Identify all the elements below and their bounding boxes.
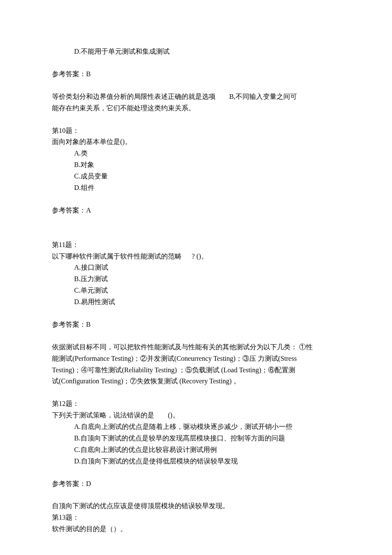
explanation-line: 依据测试目标不同，可以把软件性能测试及与性能有关的其他测试分为以下几类： ①性: [52, 342, 342, 353]
question-title: 第10题：: [52, 125, 342, 137]
question-stem: 下列关于测试策略，说法错误的是()。: [52, 410, 342, 421]
option-d: D.自顶向下测试的优点是使得低层模块的错误较早发现: [52, 456, 342, 467]
option-b: B.自顶向下测试的优点是较早的发现高层模块接口、控制等方面的问题: [52, 433, 342, 444]
option-b: B.对象: [52, 159, 342, 171]
explanation-line: 等价类划分和边界值分析的局限性表述正确的就是选项B,不同输入变量之间可: [52, 91, 342, 103]
answer-line: 参考答案：D: [52, 478, 342, 490]
option-d: D.不能用于单元测试和集成测试: [52, 46, 342, 58]
option-a: A.自底向上测试的优点是随着上移，驱动模块逐步减少，测试开销小一些: [52, 421, 342, 433]
question-title: 第12题：: [52, 398, 342, 410]
option-a: A.接口测试: [52, 262, 342, 273]
option-c: C.单元测试: [52, 285, 342, 296]
question-title: 第13题：: [52, 512, 342, 523]
option-b: B.压力测试: [52, 273, 342, 285]
explanation-part-b: B,不同输入变量之间可: [229, 93, 297, 100]
explanation-line: 试(Configuration Testing)；⑦失效恢复测试 (Recove…: [52, 376, 342, 387]
option-a: A.类: [52, 148, 342, 159]
explanation-line: 自顶向下测试的优点应该是使得顶层模块的错误较早发现。: [52, 500, 342, 512]
option-c: C.自底向上测试的优点是比较容易设计测试用例: [52, 444, 342, 456]
document-page: D.不能用于单元测试和集成测试 参考答案：B 等价类划分和边界值分析的局限性表述…: [0, 0, 392, 555]
explanation-line: 能测试(Performance Testing)；②并发测试(Coneurren…: [52, 353, 342, 365]
stem-part-b: ()。: [168, 411, 179, 419]
answer-line: 参考答案：B: [52, 69, 342, 80]
explanation-line: 能存在约束关系，它们不能处理这类约束关系。: [52, 103, 342, 114]
answer-line: 参考答案：B: [52, 319, 342, 331]
explanation-line: Testing)；④可靠性测试(Reliability Testing) ；⑤负…: [52, 365, 342, 376]
stem-part-a: 下列关于测试策略，说法错误的是: [52, 411, 154, 419]
explanation-part-a: 等价类划分和边界值分析的局限性表述正确的就是选项: [52, 93, 216, 100]
question-title: 第11题：: [52, 239, 342, 251]
option-d: D.易用性测试: [52, 296, 342, 308]
answer-line: 参考答案：A: [52, 205, 342, 216]
question-stem: 软件测试的目的是（）。: [52, 523, 342, 535]
option-d: D.组件: [52, 182, 342, 194]
stem-part-b: ? ()。: [192, 253, 208, 260]
question-stem: 面向对象的基本单位是()。: [52, 136, 342, 148]
stem-part-a: 以下哪种软件测试属于软件性能测试的范畴: [52, 253, 182, 260]
option-c: C.成员变量: [52, 171, 342, 182]
question-stem: 以下哪种软件测试属于软件性能测试的范畴? ()。: [52, 251, 342, 262]
